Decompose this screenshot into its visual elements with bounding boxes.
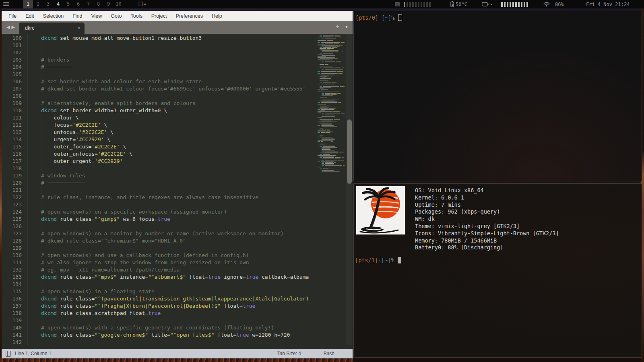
level-bar	[409, 2, 411, 7]
tab-overflow-icon[interactable]: ▼	[345, 25, 349, 29]
code-line: 137dkcmd rule class="^(Pragha|Xfburn|Pav…	[2, 302, 318, 310]
menu-find[interactable]: Find	[68, 13, 87, 19]
line-number: 120	[2, 179, 22, 187]
layout-symbol[interactable]: []=	[138, 0, 147, 8]
tab-back-icon[interactable]: ◀	[6, 25, 11, 29]
workspace-3[interactable]: 3	[43, 0, 53, 8]
code-line: 122# rule class, instance, and title reg…	[2, 194, 318, 201]
code-area[interactable]: 100dkcmd set mouse mod=alt move=button1 …	[2, 34, 353, 345]
line-number: 101	[2, 42, 22, 49]
workspace-5[interactable]: 5	[63, 0, 73, 8]
code-text: # open window(s) and use a callback func…	[22, 252, 249, 259]
line-number: 141	[2, 331, 22, 339]
code-text: focus='#2C2C2E' \	[22, 121, 107, 129]
fetch-line: Icons: Vibrantly-Simple-Light-Brown [GTK…	[415, 230, 559, 237]
line-number: 132	[2, 266, 22, 274]
tab-size-setting[interactable]: Tab Size: 4	[277, 349, 301, 358]
line-number: 113	[2, 129, 22, 136]
code-line: 127# open window(s) on a monitor by numb…	[2, 230, 318, 237]
code-line: 129	[2, 245, 318, 252]
workspace-2[interactable]: 2	[33, 0, 43, 8]
scrollbar-thumb[interactable]	[347, 119, 352, 184]
workspace-10[interactable]: 10	[114, 0, 124, 8]
menu-selection[interactable]: Selection	[39, 13, 68, 19]
fetch-line: WM: dk	[415, 216, 559, 223]
line-number: 142	[2, 339, 22, 345]
workspace-8[interactable]: 8	[93, 0, 103, 8]
desktop: 12345678910 []= 50°C - 86% Fri 4 Nov 21:…	[0, 0, 644, 362]
code-line: 142	[2, 339, 318, 345]
volume-bars	[404, 0, 431, 8]
code-text: # open window(s) in a floating state	[22, 288, 155, 295]
fetch-line: Battery0: 88% [Discharging]	[415, 244, 559, 251]
code-line: 130# open window(s) and use a callback f…	[2, 252, 318, 259]
line-number: 114	[2, 136, 22, 143]
line-number: 105	[2, 71, 22, 78]
code-text	[22, 187, 41, 194]
code-text: # rule class, instance, and title regexe…	[22, 194, 258, 201]
code-text	[22, 71, 41, 78]
line-number: 100	[2, 35, 22, 42]
line-number: 103	[2, 56, 22, 64]
code-text: dkcmd set border width=1 outer_width=0 \	[22, 107, 167, 114]
code-text: dkcmd set mouse mod=alt move=button1 res…	[22, 35, 202, 42]
syntax-setting[interactable]: Bash	[324, 349, 334, 358]
workspace-9[interactable]: 9	[103, 0, 114, 8]
level-bar	[423, 2, 425, 7]
prompt-cwd: [~]	[381, 257, 391, 263]
menu-tools[interactable]: Tools	[126, 13, 147, 19]
line-number: 129	[2, 245, 22, 252]
menu-preferences[interactable]: Preferences	[171, 13, 207, 19]
line-number: 128	[2, 237, 22, 245]
menu-help[interactable]: Help	[207, 13, 227, 19]
minimap[interactable]	[316, 34, 345, 175]
tab-forward-icon[interactable]: ▶	[11, 25, 16, 29]
code-line: 140# open window(s) with a specific geom…	[2, 324, 318, 331]
code-text: dkcmd rule class=scratchpad float=true	[22, 310, 161, 317]
menu-edit[interactable]: Edit	[21, 13, 39, 19]
code-text: outer_urgent='#CC2929'	[22, 158, 123, 165]
vertical-scrollbar[interactable]	[346, 34, 353, 345]
level-bar	[421, 2, 422, 7]
temperature-value: 50°C	[456, 0, 467, 8]
code-text: # alternatively, enable split borders an…	[22, 100, 196, 107]
brightness-bars	[501, 0, 528, 8]
menu-project[interactable]: Project	[147, 13, 171, 19]
code-text: dkcmd rule class="^google-chrome$" title…	[22, 331, 290, 339]
code-line: 101	[2, 42, 318, 49]
code-line: 125dkcmd rule class="^gimp$" ws=6 focus=…	[2, 216, 318, 223]
code-text	[22, 165, 41, 172]
code-line: 105	[2, 71, 318, 78]
fetch-line: OS: Void Linux x86_64	[415, 187, 559, 194]
code-text: # open window(s) on a monitor by number …	[22, 230, 284, 237]
line-number: 133	[2, 274, 22, 281]
level-bar	[418, 2, 419, 7]
line-number: 111	[2, 114, 22, 121]
line-number: 135	[2, 288, 22, 295]
line-number: 127	[2, 230, 22, 237]
level-bar	[429, 2, 431, 7]
terminal-bottom[interactable]: OS: Void Linux x86_64Kernel: 6.0.6_1Upti…	[353, 183, 642, 358]
code-line: 123	[2, 201, 318, 208]
workspace-6[interactable]: 6	[73, 0, 83, 8]
workspace-1[interactable]: 1	[23, 0, 33, 8]
panel-toggle-icon[interactable]	[6, 351, 11, 357]
line-number: 137	[2, 302, 22, 310]
menu-icon[interactable]	[3, 2, 9, 7]
menu-view[interactable]: View	[87, 13, 106, 19]
workspace-4[interactable]: 4	[53, 0, 63, 8]
menu-goto[interactable]: Goto	[106, 13, 126, 19]
code-line: 121	[2, 187, 318, 194]
code-line: 116 outer_unfocus='#2C2C2E' \	[2, 150, 318, 158]
line-number: 115	[2, 143, 22, 150]
new-tab-icon[interactable]: +	[336, 23, 339, 30]
menu-file[interactable]: File	[4, 13, 21, 19]
level-bar	[515, 2, 517, 7]
code-line: 136dkcmd rule class="^(pavucontrol|trans…	[2, 295, 318, 302]
close-icon[interactable]: ×	[78, 23, 80, 34]
code-text	[22, 93, 41, 100]
tab-dkrc[interactable]: dkrc ×	[19, 23, 85, 34]
workspace-7[interactable]: 7	[83, 0, 93, 8]
line-number: 124	[2, 208, 22, 216]
terminal-top[interactable]: [pts/0]-[~]%	[353, 11, 642, 181]
